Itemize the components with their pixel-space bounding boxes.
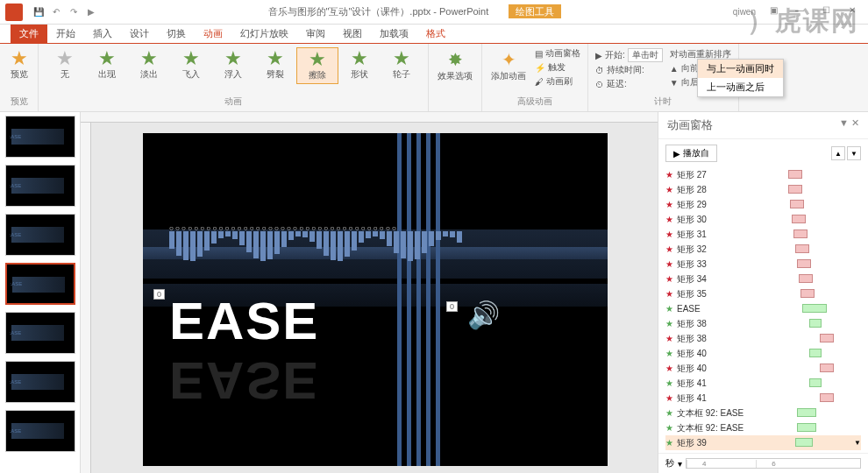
tab-slideshow[interactable]: 幻灯片放映 [231, 25, 297, 43]
anim-list-item[interactable]: ★矩形 35 [665, 286, 861, 301]
anim-list-item[interactable]: ★矩形 40 [665, 361, 861, 376]
tab-addins[interactable]: 加载项 [371, 25, 417, 43]
anim-effect-擦除[interactable]: ★擦除 [296, 47, 338, 84]
anim-list-item[interactable]: ★文本框 92: EASE [665, 406, 861, 420]
anim-effect-淡出[interactable]: ★淡出 [128, 47, 170, 84]
thumbnail-1[interactable]: :ASE [5, 116, 75, 158]
timing-bar[interactable] [788, 185, 802, 194]
thumbnail-7[interactable]: :ASE [5, 410, 75, 452]
move-up-button[interactable]: ▲ [831, 146, 845, 160]
small-bars-top[interactable] [169, 231, 462, 261]
tab-insert[interactable]: 插入 [84, 25, 121, 43]
timing-bar[interactable] [820, 393, 834, 402]
thumbnail-4[interactable]: :ASE [5, 263, 75, 305]
ribbon-options-icon[interactable]: ▣ [761, 5, 786, 19]
timing-bar[interactable] [809, 349, 822, 357]
tab-review[interactable]: 审阅 [297, 25, 334, 43]
anim-effect-出现[interactable]: ★出现 [86, 47, 128, 84]
tab-animations[interactable]: 动画 [195, 25, 231, 43]
redo-icon[interactable]: ↷ [67, 5, 81, 19]
timing-bar[interactable] [799, 274, 813, 283]
maximize-icon[interactable]: ☐ [814, 5, 838, 19]
anim-list-item[interactable]: ★矩形 41 [665, 376, 861, 391]
seconds-label[interactable]: 秒 [665, 457, 674, 469]
timing-bar[interactable] [820, 364, 834, 372]
slide-thumbnails[interactable]: :ASE :ASE :ASE :ASE :ASE :ASE :ASE [0, 112, 81, 473]
timing-bar[interactable] [788, 170, 802, 179]
effect-options-button[interactable]: ✸ 效果选项 [432, 46, 478, 86]
animation-pane-button[interactable]: ▤动画窗格 [535, 47, 580, 60]
anim-effect-无[interactable]: ★无 [44, 47, 86, 84]
timing-bar[interactable] [809, 378, 822, 387]
user-name[interactable]: qiwen [728, 7, 761, 17]
timing-bar[interactable] [793, 229, 808, 238]
anim-list-item[interactable]: ★EASE [665, 301, 861, 316]
chevron-down-icon[interactable]: ▼ [854, 439, 861, 447]
start-row[interactable]: ▶开始: 单击时 [595, 47, 663, 63]
animation-painter-button[interactable]: 🖌动画刷 [535, 75, 580, 88]
marker-right[interactable]: 0 [446, 301, 458, 312]
minimize-icon[interactable]: — [787, 5, 812, 19]
anim-effect-浮入[interactable]: ★浮入 [212, 47, 254, 84]
timing-bar[interactable] [797, 423, 816, 432]
ease-text[interactable]: EASE [169, 291, 319, 351]
anim-list-item[interactable]: ★矩形 29 [665, 197, 861, 212]
timing-bar[interactable] [809, 319, 822, 328]
anim-list-item[interactable]: ★文本框 92: EASE [665, 420, 861, 435]
tab-home[interactable]: 开始 [47, 25, 84, 43]
timing-bar[interactable] [795, 438, 813, 447]
undo-icon[interactable]: ↶ [49, 5, 63, 19]
slide-canvas-area[interactable]: ○ ○ ○ ○ ○ ○ ○ ○ ○ ○ ○ ○ ○ ○ ○ ○ ○ ○ ○ ○ … [81, 112, 658, 473]
dropdown-after-previous[interactable]: 上一动画之后 [698, 78, 783, 96]
close-icon[interactable]: ✕ [840, 5, 864, 19]
timing-bar[interactable] [790, 200, 804, 208]
anim-list-item[interactable]: ★矩形 27 [665, 167, 861, 182]
chevron-down-icon[interactable]: ▾ [678, 459, 682, 469]
trigger-button[interactable]: ⚡触发 [535, 61, 580, 74]
timing-bar[interactable] [820, 334, 834, 342]
anim-list-item[interactable]: ★矩形 38 [665, 316, 861, 331]
thumbnail-2[interactable]: :ASE [5, 165, 75, 207]
anim-list-item[interactable]: ★矩形 31 [665, 227, 861, 242]
tab-file[interactable]: 文件 [11, 25, 47, 43]
preview-button[interactable]: ★ 预览 [7, 46, 32, 84]
anim-list-item[interactable]: ★矩形 32 [665, 242, 861, 257]
anim-list-item[interactable]: ★矩形 33 [665, 257, 861, 272]
play-from-button[interactable]: ▶播放自 [665, 145, 717, 162]
anim-list-item[interactable]: ★矩形 30 [665, 212, 861, 227]
anim-list-item[interactable]: ★矩形 34 [665, 272, 861, 286]
anim-effect-劈裂[interactable]: ★劈裂 [254, 47, 296, 84]
marker-left[interactable]: 0 [153, 289, 165, 300]
add-animation-button[interactable]: ✦ 添加动画 [486, 46, 531, 89]
tab-view[interactable]: 视图 [334, 25, 371, 43]
dropdown-with-previous[interactable]: 与上一动画同时 [698, 60, 783, 78]
anim-list-item[interactable]: ★矩形 28 [665, 182, 861, 197]
pane-close-icon[interactable]: ▼ ✕ [839, 117, 859, 133]
thumbnail-6[interactable]: :ASE [5, 361, 75, 403]
anim-list-item[interactable]: ★矩形 41 [665, 391, 861, 406]
timing-bar[interactable] [800, 289, 815, 298]
anim-effect-形状[interactable]: ★形状 [338, 47, 381, 84]
save-icon[interactable]: 💾 [32, 5, 46, 19]
audio-icon[interactable]: 🔊 [467, 300, 500, 330]
anim-list-item[interactable]: ★矩形 38 [665, 331, 861, 346]
timeline-ruler[interactable]: 46 [686, 458, 861, 469]
slide[interactable]: ○ ○ ○ ○ ○ ○ ○ ○ ○ ○ ○ ○ ○ ○ ○ ○ ○ ○ ○ ○ … [143, 133, 608, 466]
timing-bar[interactable] [792, 215, 806, 223]
tab-transitions[interactable]: 切换 [158, 25, 195, 43]
anim-list-item[interactable]: ★矩形 40 [665, 346, 861, 361]
vertical-stripes[interactable] [397, 133, 440, 466]
thumbnail-5[interactable]: :ASE [5, 312, 75, 354]
anim-effect-飞入[interactable]: ★飞入 [170, 47, 212, 84]
tab-design[interactable]: 设计 [121, 25, 158, 43]
anim-list-item[interactable]: ★矩形 39▼ [665, 435, 861, 450]
timing-bar[interactable] [797, 408, 816, 417]
start-slideshow-icon[interactable]: ▶ [84, 5, 98, 19]
timing-bar[interactable] [802, 304, 827, 313]
move-down-button[interactable]: ▼ [847, 146, 861, 160]
tab-format[interactable]: 格式 [417, 25, 454, 43]
thumbnail-3[interactable]: :ASE [5, 214, 75, 256]
timing-bar[interactable] [795, 244, 809, 253]
timing-bar[interactable] [797, 259, 811, 268]
anim-effect-轮子[interactable]: ★轮子 [381, 47, 423, 84]
